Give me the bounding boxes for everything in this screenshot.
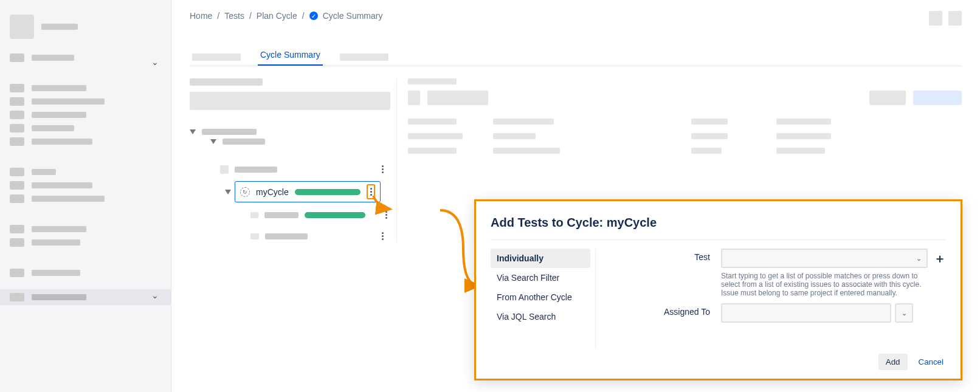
detail-icon-placeholder bbox=[408, 91, 420, 105]
sidebar-item-icon bbox=[10, 269, 24, 277]
tree-version-row[interactable] bbox=[220, 161, 390, 177]
progress-bar bbox=[295, 189, 361, 195]
breadcrumb-plan-cycle[interactable]: Plan Cycle bbox=[257, 11, 297, 21]
breadcrumb-cycle-summary: Cycle Summary bbox=[323, 11, 383, 21]
sidebar-item-icon bbox=[10, 181, 24, 190]
sidebar-item-icon bbox=[10, 137, 24, 146]
sidebar-item[interactable] bbox=[10, 95, 161, 108]
sidebar-item[interactable] bbox=[10, 165, 161, 179]
detail-action-placeholder[interactable] bbox=[869, 91, 906, 105]
sidebar-item-label bbox=[32, 98, 105, 105]
chevron-down-icon[interactable]: ⌄ bbox=[151, 291, 159, 300]
cycle-tree-panel: ↻ myCycle bbox=[190, 78, 396, 242]
assigned-to-select[interactable] bbox=[721, 303, 891, 323]
breadcrumb-home[interactable]: Home bbox=[190, 11, 212, 21]
sidebar-item-label bbox=[32, 112, 86, 118]
sidebar-item[interactable] bbox=[10, 81, 161, 95]
modal-title: Add Tests to Cycle: myCycle bbox=[491, 216, 946, 230]
sidebar-item[interactable] bbox=[10, 179, 161, 192]
cycle-name: myCycle bbox=[256, 187, 289, 197]
add-tests-modal: Add Tests to Cycle: myCycle Individually… bbox=[474, 199, 962, 380]
panel-heading-placeholder bbox=[190, 78, 263, 86]
sidebar-item-label bbox=[32, 239, 80, 246]
add-test-button[interactable]: ＋ bbox=[934, 252, 946, 264]
sidebar-item-label bbox=[32, 294, 86, 300]
sidebar-item-label bbox=[32, 55, 74, 61]
sidebar-group[interactable]: ⌄ bbox=[0, 51, 171, 69]
sidebar: ⌄ ⌄ bbox=[0, 0, 171, 392]
sidebar-item[interactable] bbox=[10, 192, 161, 205]
tree-child-row[interactable] bbox=[210, 137, 390, 146]
tree-folder-row[interactable] bbox=[250, 230, 390, 242]
kebab-icon[interactable] bbox=[382, 208, 390, 221]
sidebar-item[interactable] bbox=[10, 122, 161, 135]
sidebar-item[interactable] bbox=[10, 108, 161, 122]
node-icon bbox=[250, 233, 259, 239]
kebab-icon[interactable] bbox=[378, 163, 387, 176]
detail-primary-action-placeholder[interactable] bbox=[913, 91, 962, 105]
sidebar-item[interactable] bbox=[10, 222, 161, 236]
tree-folder-row[interactable] bbox=[250, 208, 390, 221]
assigned-to-dropdown-button[interactable]: ⌄ bbox=[895, 303, 913, 323]
filter-placeholder[interactable] bbox=[190, 92, 390, 110]
kebab-icon[interactable] bbox=[378, 230, 387, 242]
node-icon bbox=[250, 212, 258, 218]
tree-node-label bbox=[264, 212, 298, 218]
mode-individually[interactable]: Individually bbox=[491, 249, 590, 268]
caret-down-icon[interactable] bbox=[190, 129, 196, 134]
header-action-icon[interactable] bbox=[929, 11, 942, 26]
test-select[interactable]: ⌄ bbox=[721, 249, 928, 268]
sidebar-item-label bbox=[32, 169, 56, 175]
sidebar-item-icon bbox=[10, 238, 24, 247]
test-label: Test bbox=[613, 249, 710, 262]
sidebar-item-icon bbox=[10, 111, 24, 119]
sidebar-item-label bbox=[32, 226, 86, 232]
header-action-icon[interactable] bbox=[948, 11, 962, 26]
project-name-placeholder bbox=[41, 24, 78, 30]
check-icon: ✓ bbox=[309, 12, 318, 20]
sidebar-item-label bbox=[32, 139, 92, 145]
tab-label: Cycle Summary bbox=[260, 50, 320, 60]
tree-node-label bbox=[223, 139, 265, 145]
sidebar-item-icon bbox=[10, 84, 24, 92]
breadcrumb-tests[interactable]: Tests bbox=[224, 11, 244, 21]
tab-placeholder[interactable] bbox=[337, 49, 391, 66]
cycle-row-selected[interactable]: ↻ myCycle bbox=[235, 181, 381, 202]
sidebar-item-icon bbox=[10, 194, 24, 203]
node-icon bbox=[220, 165, 229, 174]
tab-cycle-summary[interactable]: Cycle Summary bbox=[258, 45, 323, 66]
sidebar-item-icon bbox=[10, 124, 24, 132]
mode-via-search-filter[interactable]: Via Search Filter bbox=[491, 268, 590, 287]
add-button[interactable]: Add bbox=[878, 354, 908, 370]
cancel-button[interactable]: Cancel bbox=[916, 354, 947, 370]
sidebar-item[interactable] bbox=[10, 266, 161, 280]
tabs: Cycle Summary bbox=[190, 45, 962, 66]
sidebar-item[interactable] bbox=[10, 236, 161, 249]
tree-root-row[interactable] bbox=[190, 127, 390, 137]
project-header bbox=[0, 0, 171, 51]
sidebar-item-icon bbox=[10, 97, 24, 106]
tree-node-label bbox=[265, 233, 308, 239]
sidebar-item-icon bbox=[10, 225, 24, 233]
tree-node-label bbox=[202, 129, 257, 135]
progress-bar bbox=[305, 212, 365, 218]
sidebar-item-label bbox=[32, 196, 105, 202]
sidebar-item-active[interactable] bbox=[0, 289, 171, 305]
caret-down-icon[interactable] bbox=[225, 190, 231, 194]
mode-via-jql[interactable]: Via JQL Search bbox=[491, 307, 590, 326]
detail-heading-placeholder bbox=[408, 78, 457, 84]
tab-placeholder[interactable] bbox=[190, 49, 243, 66]
modal-form: Test ⌄ ＋ Start typing to get a list of p… bbox=[607, 249, 946, 349]
assigned-to-label: Assigned To bbox=[613, 303, 710, 317]
chevron-down-icon[interactable]: ⌄ bbox=[151, 57, 159, 67]
kebab-icon-highlighted[interactable] bbox=[367, 184, 375, 199]
sidebar-item[interactable] bbox=[10, 135, 161, 148]
sidebar-item-icon bbox=[10, 53, 24, 62]
test-hint: Start typing to get a list of possible m… bbox=[721, 272, 928, 297]
tree-node-label bbox=[235, 167, 277, 173]
caret-down-icon[interactable] bbox=[210, 139, 216, 144]
mode-from-another-cycle[interactable]: From Another Cycle bbox=[491, 287, 590, 307]
sidebar-item-icon bbox=[10, 168, 24, 176]
modal-mode-list: Individually Via Search Filter From Anot… bbox=[491, 249, 596, 349]
sidebar-item-label bbox=[32, 270, 80, 276]
